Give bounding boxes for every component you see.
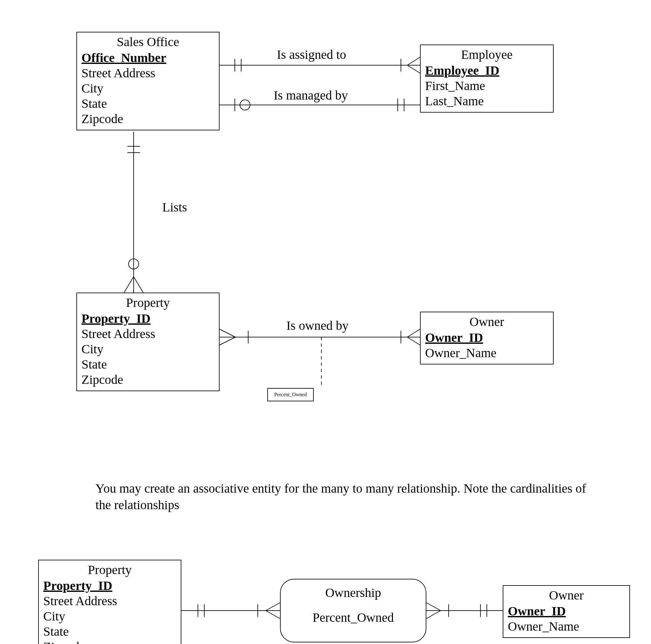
svg-line-16 <box>134 277 143 293</box>
rel-label-assigned: Is assigned to <box>277 48 346 62</box>
svg-point-14 <box>128 259 139 269</box>
svg-line-15 <box>124 277 134 293</box>
entity-pk: Owner_ID <box>508 604 625 619</box>
entity-name: Employee <box>425 47 549 62</box>
entity-attr: Owner_Name <box>508 619 625 634</box>
entity-owner-2: Owner Owner_ID Owner_Name <box>503 585 630 638</box>
entity-attr: First_Name <box>425 78 549 94</box>
entity-pk: Office_Number <box>82 50 214 66</box>
entity-name: Property <box>82 295 214 311</box>
svg-line-34 <box>426 611 441 618</box>
entity-attr: State <box>82 357 214 372</box>
entity-attr: Street Address <box>43 593 176 609</box>
entity-owner: Owner Owner_ID Owner_Name <box>420 312 554 364</box>
svg-line-19 <box>220 329 236 337</box>
svg-line-20 <box>220 337 236 345</box>
svg-line-5 <box>407 65 420 73</box>
note-text: You may create an associative entity for… <box>95 480 604 513</box>
svg-line-22 <box>407 329 420 337</box>
assoc-attr: Percent_Owned <box>290 610 416 625</box>
entity-name: Property <box>43 562 176 578</box>
entity-name: Owner <box>425 314 549 329</box>
entity-attr: City <box>43 609 176 624</box>
svg-line-4 <box>407 57 420 65</box>
entity-attr: Owner_Name <box>425 345 549 361</box>
entity-pk: Owner_ID <box>425 330 549 345</box>
entity-name: Owner <box>508 588 625 603</box>
entity-employee: Employee Employee_ID First_Name Last_Nam… <box>420 44 554 112</box>
rel-label-lists: Lists <box>162 200 187 214</box>
attr-text: Percent_Owned <box>274 392 307 397</box>
rel-label-owned: Is owned by <box>286 319 349 333</box>
entity-attr: State <box>82 96 214 111</box>
entity-attr: Last_Name <box>425 94 549 109</box>
entity-pk: Property_ID <box>82 311 214 326</box>
entity-attr: City <box>82 342 214 357</box>
svg-line-23 <box>407 337 420 345</box>
svg-point-7 <box>240 100 250 110</box>
rel-attr-percent-owned: Percent_Owned <box>267 388 314 401</box>
entity-sales-office: Sales Office Office_Number Street Addres… <box>76 32 220 130</box>
assoc-ownership: Ownership Percent_Owned <box>280 579 426 642</box>
rel-label-managed: Is managed by <box>274 88 348 102</box>
entity-pk: Property_ID <box>43 578 176 593</box>
entity-attr: City <box>82 81 214 96</box>
entity-attr: State <box>43 624 176 639</box>
entity-attr: Street Address <box>82 66 214 81</box>
erd-canvas: Sales Office Office_Number Street Addres… <box>0 0 651 644</box>
entity-pk: Employee_ID <box>425 63 549 78</box>
entity-attr: Zipcode <box>82 111 214 127</box>
svg-line-30 <box>266 611 280 618</box>
entity-attr: Street Address <box>82 326 214 342</box>
svg-line-33 <box>426 603 441 611</box>
entity-property: Property Property_ID Street Address City… <box>76 293 220 391</box>
svg-line-29 <box>266 603 280 611</box>
assoc-name: Ownership <box>290 585 416 601</box>
entity-property-2: Property Property_ID Street Address City… <box>38 560 181 644</box>
entity-name: Sales Office <box>82 34 214 50</box>
entity-attr: Zipcode <box>43 639 176 644</box>
entity-attr: Zipcode <box>82 372 214 387</box>
